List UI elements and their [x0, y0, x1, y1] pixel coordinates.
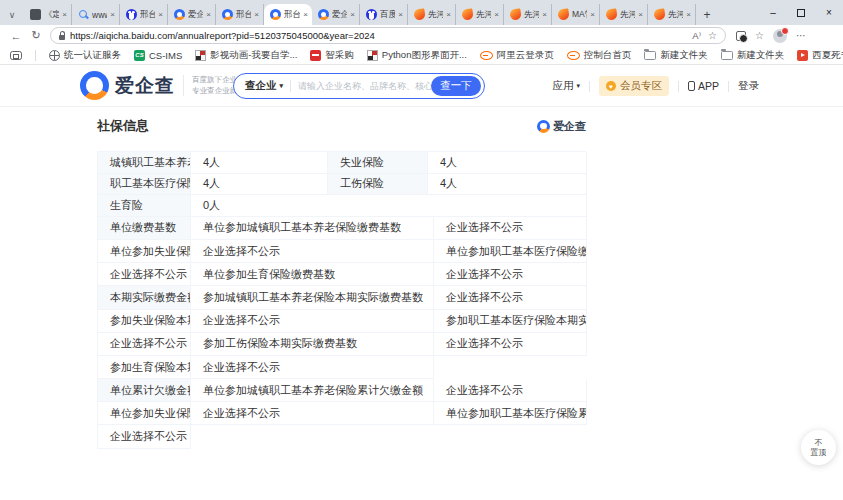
bookmarks-bar: 统一认证服务 CS-IMS 影视动画-我要自学... 智采购 Python图形界…: [0, 46, 843, 65]
row-label: 参加工伤保险本期实际缴费基数: [191, 333, 434, 356]
nav-apps[interactable]: 应用 ▾: [552, 79, 580, 93]
collections-icon[interactable]: [10, 51, 22, 60]
aiqicha-logo-icon: [537, 120, 550, 133]
bookmark-item[interactable]: 影视动画-我要自学...: [195, 49, 297, 62]
browser-tab[interactable]: 邢台市 ×: [120, 4, 168, 25]
bookmark-label: 西夏死书第03集免...: [812, 49, 843, 62]
row-value: 0人: [191, 195, 587, 217]
tab-close-icon[interactable]: ×: [686, 10, 691, 19]
favorites-list-icon[interactable]: ☆: [755, 30, 764, 41]
tab-title: 邢台信: [284, 9, 300, 21]
tab-title: 先河环: [668, 9, 683, 21]
browser-tab[interactable]: 百度一 ×: [360, 4, 408, 25]
new-tab-button[interactable]: +: [696, 4, 718, 25]
row-label: 城镇职工基本养老保险: [98, 152, 191, 174]
row-label: 单位参加失业保险累计欠缴金额: [98, 402, 191, 425]
browser-tab-active[interactable]: 邢台信 ×: [264, 4, 312, 25]
search-input[interactable]: [298, 81, 431, 91]
browser-tab[interactable]: 邢台信 ×: [216, 4, 264, 25]
profile-avatar[interactable]: [773, 29, 787, 43]
browser-tab[interactable]: 先河环 ×: [504, 4, 552, 25]
tab-close-icon[interactable]: ×: [62, 10, 67, 19]
tab-close-icon[interactable]: ×: [542, 10, 547, 19]
refresh-button[interactable]: ↻: [26, 29, 46, 42]
minimize-button[interactable]: –: [759, 0, 787, 25]
float-pin-button[interactable]: 不 置顶: [801, 430, 836, 465]
row-label: 单位参加生育保险缴费基数: [191, 263, 434, 286]
tab-close-icon[interactable]: ×: [206, 10, 211, 19]
browser-tab[interactable]: 先河环 ×: [648, 4, 696, 25]
tab-title: 爱企查: [332, 9, 347, 21]
row-label: 工伤保险: [328, 174, 428, 196]
tab-close-icon[interactable]: ×: [303, 10, 308, 19]
bookmark-item[interactable]: Python图形界面开...: [367, 49, 467, 62]
bookmark-label: 统一认证服务: [64, 49, 121, 62]
tab-close-icon[interactable]: ×: [158, 10, 163, 19]
row-label: 单位参加城镇职工基本养老保险累计欠缴金额: [191, 379, 434, 402]
tab-close-icon[interactable]: ×: [398, 10, 403, 19]
aiqicha-logo-icon: [270, 9, 281, 20]
nav-vip-zone[interactable]: ♥ 会员专区: [599, 76, 669, 96]
tab-close-icon[interactable]: ×: [446, 10, 451, 19]
bookmark-item[interactable]: 新建文件夹: [644, 49, 708, 62]
alibaba-cloud-icon: [567, 51, 580, 60]
close-window-button[interactable]: ×: [815, 0, 843, 25]
tab-title: 邢台信: [236, 9, 251, 21]
bookmark-item[interactable]: 新建文件夹: [721, 49, 785, 62]
aiqicha-logo-icon: [174, 9, 185, 20]
row-value: 企业选择不公示: [191, 310, 434, 333]
browser-tab[interactable]: 先河环 ×: [600, 4, 648, 25]
tab-title: 先河环: [620, 9, 635, 21]
bookmark-item[interactable]: 控制台首页: [567, 49, 632, 62]
row-value: 4人: [428, 152, 587, 174]
lock-icon: [59, 35, 65, 40]
divider: [35, 50, 36, 61]
bookmark-label: CS-IMS: [149, 50, 182, 61]
chevron-down-icon: ▾: [576, 82, 580, 90]
search-button[interactable]: 查一下: [431, 76, 481, 96]
row-label: 单位参加城镇职工基本养老保险缴费基数: [191, 217, 434, 240]
bookmark-item[interactable]: 统一认证服务: [49, 49, 121, 62]
aiqicha-logo-icon: [318, 9, 329, 20]
browser-tab[interactable]: 先河环 ×: [408, 4, 456, 25]
nav-app-download[interactable]: APP: [688, 80, 719, 92]
browser-tab[interactable]: www.b ×: [72, 4, 120, 25]
tab-close-icon[interactable]: ×: [110, 10, 115, 19]
row-value: 企业选择不公示: [434, 333, 587, 356]
address-bar[interactable]: https://aiqicha.baidu.com/annualreport?p…: [50, 27, 726, 44]
bookmark-item[interactable]: 阿里云登录页: [480, 49, 554, 62]
browser-tab[interactable]: 《定制 ×: [24, 4, 72, 25]
back-button[interactable]: ←: [6, 30, 26, 42]
read-aloud-icon[interactable]: A⁾: [692, 30, 701, 41]
browser-tab[interactable]: MA管 ×: [552, 4, 600, 25]
tab-close-icon[interactable]: ×: [494, 10, 499, 19]
checker-icon: [367, 50, 378, 61]
favorite-star-icon[interactable]: ☆: [708, 30, 717, 41]
extensions-icon[interactable]: [736, 31, 746, 41]
search-category-dropdown[interactable]: 查企业 ▾: [245, 79, 283, 93]
settings-more-icon[interactable]: ⋯: [796, 30, 807, 41]
divider: [678, 81, 679, 92]
row-value: 企业选择不公示: [191, 402, 434, 425]
tab-search-chevron-icon[interactable]: ∨: [0, 4, 24, 25]
bookmark-item[interactable]: 西夏死书第03集免...: [797, 49, 843, 62]
browser-tab[interactable]: 先河环 ×: [456, 4, 504, 25]
restore-button[interactable]: [787, 0, 815, 25]
table-row: 城镇职工基本养老保险 4人 失业保险 4人: [98, 152, 586, 174]
browser-tab[interactable]: 爱企查 ×: [168, 4, 216, 25]
bookmark-item[interactable]: 智采购: [310, 49, 354, 62]
group-label: 单位缴费基数: [98, 217, 191, 240]
tab-close-icon[interactable]: ×: [638, 10, 643, 19]
brand-name: 爱企查: [115, 73, 175, 99]
bookmark-item[interactable]: CS-IMS: [134, 50, 182, 61]
watermark-label: 爱企查: [553, 119, 586, 134]
login-button[interactable]: 登录: [738, 79, 759, 93]
tab-close-icon[interactable]: ×: [254, 10, 259, 19]
tab-close-icon[interactable]: ×: [590, 10, 595, 19]
tab-close-icon[interactable]: ×: [350, 10, 355, 19]
flame-icon: [413, 8, 425, 20]
row-label: 生育险: [98, 195, 191, 217]
tab-title: MA管: [572, 9, 587, 21]
row-label: 参加城镇职工基本养老保险本期实际缴费基数: [191, 286, 434, 309]
browser-tab[interactable]: 爱企查 ×: [312, 4, 360, 25]
